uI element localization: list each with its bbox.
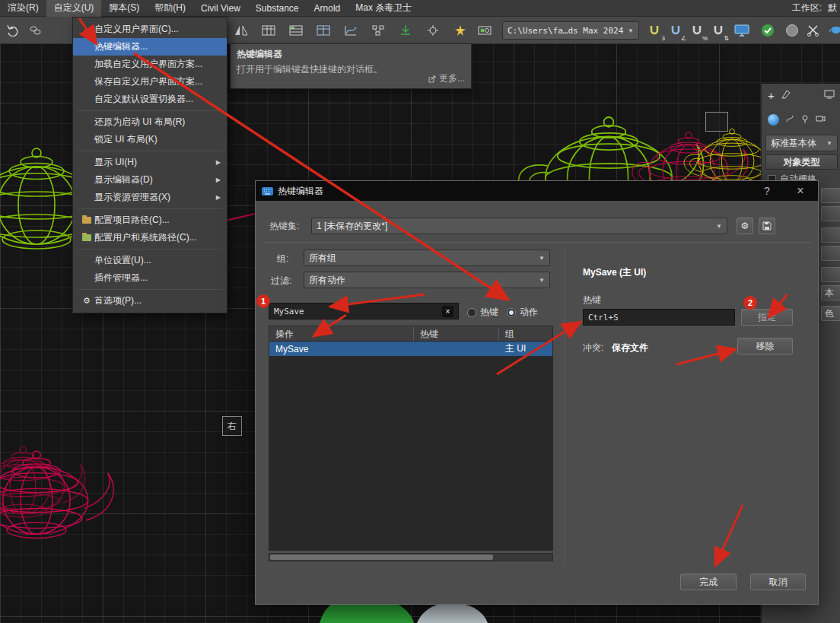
group-label: 组:	[277, 253, 288, 265]
gear-tool-icon[interactable]	[422, 19, 444, 42]
menu-item-show-explorers[interactable]: 显示资源管理器(X) ▶	[73, 189, 227, 206]
object-type-button-sliver[interactable]	[821, 206, 840, 221]
done-button[interactable]: 完成	[680, 574, 737, 590]
teapot-solid-pale[interactable]	[417, 603, 488, 623]
schematic-view-icon[interactable]	[367, 19, 390, 42]
submenu-arrow-icon: ▶	[216, 159, 221, 166]
object-type-button-sliver[interactable]	[821, 267, 840, 282]
object-type-button-sliver[interactable]	[821, 227, 840, 243]
object-type-button-sliver[interactable]	[821, 246, 840, 261]
object-type-button-sliver[interactable]: 本	[821, 285, 840, 300]
mirror-icon[interactable]	[230, 19, 253, 42]
menu-help[interactable]: 帮助(H)	[147, 0, 193, 17]
filter-dropdown[interactable]: 所有动作 ▼	[304, 272, 550, 288]
menu-item-save-ui-scheme[interactable]: 保存自定义用户界面方案...	[73, 73, 227, 91]
object-type-button-sliver[interactable]	[821, 188, 840, 203]
star-effect-icon[interactable]	[449, 19, 472, 42]
arrow-down-icon[interactable]	[394, 19, 417, 42]
modify-icon[interactable]	[781, 89, 791, 102]
undo-arc-icon[interactable]	[2, 19, 24, 42]
remove-button[interactable]: 移除	[737, 338, 793, 354]
folder-user-icon	[79, 234, 94, 241]
table-row[interactable]: MySave 主 UI	[269, 342, 552, 356]
monitor-icon[interactable]	[730, 19, 753, 42]
menu-substance[interactable]: Substance	[248, 0, 307, 17]
project-path-dropdown[interactable]: C:\Users\fa…ds Max 2024 ▼	[502, 21, 639, 40]
hotkey-input[interactable]: Ctrl+S	[583, 309, 735, 326]
render-teapot-icon[interactable]	[825, 19, 840, 42]
scissors-icon[interactable]	[802, 19, 825, 42]
angle-snap-magnet-icon[interactable]: ∠	[664, 19, 687, 42]
menu-item-default-switcher[interactable]: 自定义默认设置切换器...	[73, 91, 227, 108]
tooltip-more-link[interactable]: 更多...	[428, 72, 465, 85]
menu-item-plugin-manager[interactable]: 插件管理器...	[73, 269, 227, 287]
shapes-icon[interactable]	[785, 114, 794, 126]
hotkey-set-dropdown[interactable]: 1 [未保存的更改*] ▼	[311, 218, 727, 234]
lights-icon[interactable]	[800, 114, 810, 126]
gray-circle-icon[interactable]	[781, 19, 803, 42]
menu-antivirus[interactable]: Max 杀毒卫士	[348, 0, 419, 17]
column-group[interactable]: 组	[499, 326, 552, 341]
teapot-wireframe-darkred[interactable]	[0, 447, 85, 517]
dialog-titlebar[interactable]: 热键编辑器 ? ×	[256, 181, 818, 201]
cameras-icon[interactable]	[816, 114, 826, 125]
spinner-snap-magnet-icon[interactable]: ⇅	[707, 19, 730, 42]
group-dropdown[interactable]: 所有组 ▼	[304, 250, 550, 266]
menu-item-hotkey-editor[interactable]: 热键编辑器...	[73, 38, 227, 56]
menu-item-customize-ui[interactable]: 自定义用户界面(C)...	[73, 21, 227, 38]
table-icon-2[interactable]	[285, 19, 307, 42]
column-hotkey[interactable]: 热键	[414, 326, 499, 341]
percent-snap-magnet-icon[interactable]: %	[686, 19, 708, 42]
dropdown-arrow-icon: ▼	[716, 223, 722, 230]
category-dropdown[interactable]: 标准基本体 ▼	[765, 135, 838, 151]
radio-hotkey-option[interactable]: 热键	[467, 306, 498, 319]
menu-item-lock-ui-layout[interactable]: 锁定 UI 布局(K)	[73, 131, 227, 148]
close-icon[interactable]: ×	[789, 181, 812, 201]
menu-item-units-setup[interactable]: 单位设置(U)...	[73, 252, 227, 269]
group-value: 所有组	[309, 252, 336, 265]
radio-action-option[interactable]: 动作	[507, 306, 538, 319]
table-header[interactable]: 操作 热键 组	[269, 326, 552, 342]
menu-scripting[interactable]: 脚本(S)	[101, 0, 147, 17]
plus-icon[interactable]: +	[768, 89, 775, 102]
hotkey-set-save-button[interactable]	[759, 218, 775, 234]
display-icon[interactable]	[824, 90, 835, 101]
cancel-button[interactable]: 取消	[750, 574, 806, 590]
menu-customize[interactable]: 自定义(U)	[46, 0, 102, 17]
assign-button[interactable]: 指定	[741, 309, 793, 326]
menu-item-load-ui-scheme[interactable]: 加载自定义用户界面方案...	[73, 56, 227, 73]
film-star-icon[interactable]	[473, 19, 496, 42]
snap-magnet-icon[interactable]: 3	[643, 19, 666, 42]
check-circle-icon[interactable]	[756, 19, 779, 42]
menu-item-revert-ui-layout[interactable]: 还原为启动 UI 布局(R)	[73, 113, 227, 131]
scrollbar-thumb[interactable]	[270, 555, 493, 560]
column-action[interactable]: 操作	[269, 326, 414, 341]
dropdown-arrow-icon: ▼	[539, 277, 545, 284]
teapot-wireframe-magenta[interactable]	[0, 451, 113, 538]
curve-editor-icon[interactable]	[339, 19, 362, 42]
rollout-fragment[interactable]: 色	[821, 306, 840, 321]
object-type-rollout[interactable]: 对象类型	[765, 154, 838, 170]
table-icon-3[interactable]	[312, 19, 335, 42]
horizontal-scrollbar[interactable]	[269, 553, 553, 561]
link-chain-icon[interactable]	[24, 19, 47, 42]
menu-item-show-ui[interactable]: 显示 UI(H) ▶	[73, 154, 227, 171]
hotkey-set-settings-button[interactable]: ⚙	[737, 218, 753, 234]
menu-civil-view[interactable]: Civil View	[193, 0, 248, 17]
menu-item-configure-user-paths[interactable]: 配置用户和系统路径(C)...	[73, 229, 227, 246]
menu-item-configure-project-paths[interactable]: 配置项目路径(C)...	[73, 211, 227, 229]
gear-icon: ⚙	[741, 221, 749, 231]
geometry-category-icon[interactable]	[768, 114, 779, 126]
help-button[interactable]: ?	[756, 181, 778, 201]
menu-arnold[interactable]: Arnold	[307, 0, 348, 17]
viewport-right-label: 右	[222, 416, 242, 436]
menu-item-show-editors[interactable]: 显示编辑器(D) ▶	[73, 171, 227, 189]
table-icon[interactable]	[257, 19, 280, 42]
search-input[interactable]: MySave ×	[269, 303, 459, 319]
menu-item-preferences[interactable]: ⚙ 首选项(P)...	[73, 292, 227, 310]
3dsmax-window: 右 + 标准基本体 ▼	[0, 0, 840, 623]
viewport-widget-box[interactable]	[705, 112, 728, 132]
clear-search-icon[interactable]: ×	[442, 306, 453, 317]
menu-render[interactable]: 渲染(R)	[0, 0, 46, 17]
workspace-value[interactable]: 默	[828, 2, 837, 14]
